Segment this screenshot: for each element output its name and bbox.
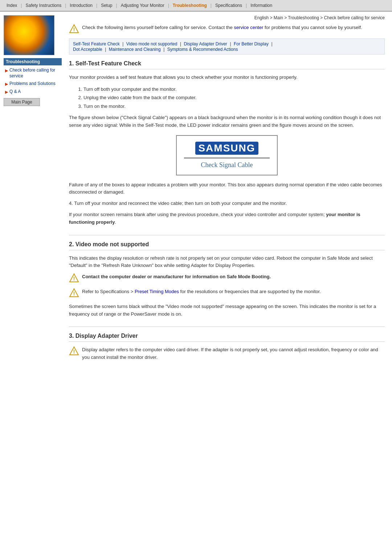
notice-icon-2: !: [69, 273, 79, 283]
svg-text:!: !: [73, 349, 75, 355]
breadcrumb: English > Main > Troubleshooting > Check…: [69, 15, 385, 20]
section-divider-2: [69, 327, 385, 327]
sidebar-section-title: Troubleshooting: [4, 58, 62, 65]
arrow-icon: ▶: [5, 68, 8, 73]
notice-text: Check the following items yourself befor…: [82, 24, 362, 31]
section-3-title: 3. Display Adapter Driver: [69, 333, 385, 342]
notice-icon-3: !: [69, 288, 79, 298]
link-symptoms[interactable]: Symptoms & Recommended Actions: [167, 47, 238, 52]
nav-specifications[interactable]: Specifications: [212, 1, 246, 9]
section-2: 2. Video mode not supported This indicat…: [69, 241, 385, 318]
samsung-check-signal-box: SAMSUNG Check Signal Cable: [176, 135, 278, 175]
check-signal-text: Check Signal Cable: [184, 158, 270, 169]
arrow-icon: ▶: [5, 81, 8, 86]
links-bar: Self-Test Feature Check | Video mode not…: [69, 39, 385, 54]
link-better-display[interactable]: For Better Display: [234, 41, 269, 46]
main-layout: Troubleshooting ▶ Check before calling f…: [0, 12, 392, 372]
section-2-title: 2. Video mode not supported: [69, 241, 385, 250]
step-3: Turn on the monitor.: [83, 102, 385, 110]
nav-safety[interactable]: Safety Instructions: [22, 1, 65, 9]
notice-box: ! Check the following items yourself bef…: [69, 24, 385, 34]
section-divider-1: [69, 235, 385, 235]
main-page-button[interactable]: Main Page: [4, 98, 40, 106]
sidebar-item-check-before[interactable]: ▶ Check before calling for service: [4, 67, 62, 80]
step-1: Turn off both your computer and the moni…: [83, 85, 385, 93]
nav-troubleshooting[interactable]: Troubleshooting: [169, 1, 211, 9]
sidebar-item-qa[interactable]: ▶ Q & A: [4, 88, 62, 96]
sidebar-item-problems[interactable]: ▶ Problems and Solutions: [4, 80, 62, 88]
section-1-title: 1. Self-Test Feature Check: [69, 60, 385, 69]
nav-index[interactable]: Index: [3, 1, 21, 9]
step-2: Unplug the video cable from the back of …: [83, 93, 385, 102]
notice-icon-4: !: [69, 346, 79, 356]
sidebar: Troubleshooting ▶ Check before calling f…: [4, 15, 62, 369]
section-2-notice-2: ! Refer to Specifications > Preset Timin…: [69, 288, 385, 299]
section-2-notice-1: ! Contact the computer dealer or manufac…: [69, 273, 385, 284]
section-3-intro: Display adapter refers to the computer v…: [82, 346, 385, 361]
link-self-test[interactable]: Self-Test Feature Check: [73, 41, 120, 46]
samsung-logo: SAMSUNG: [184, 142, 270, 155]
step-4-text: 4. Turn off your monitor and reconnect t…: [69, 200, 385, 207]
preset-timing-link[interactable]: Preset Timing Modes: [135, 289, 179, 294]
section-1-intro: Your monitor provides a self test featur…: [69, 74, 385, 81]
section-3: 3. Display Adapter Driver ! Display adap…: [69, 333, 385, 365]
notice-icon: !: [69, 24, 79, 34]
svg-text:!: !: [73, 276, 75, 281]
section-2-para2: Sometimes the screen turns black without…: [69, 303, 385, 318]
link-video-mode[interactable]: Video mode not supported: [126, 41, 177, 46]
nav-setup[interactable]: Setup: [97, 1, 116, 9]
content-area: English > Main > Troubleshooting > Check…: [65, 15, 388, 369]
nav-information[interactable]: Information: [247, 1, 276, 9]
section-1-para4: If your monitor screen remains blank aft…: [69, 211, 385, 226]
link-display-adapter[interactable]: Display Adapter Driver: [184, 41, 227, 46]
section-3-notice: ! Display adapter refers to the computer…: [69, 346, 385, 365]
svg-text:!: !: [73, 27, 75, 32]
link-dot-acceptable[interactable]: Dot Acceptable: [73, 47, 102, 52]
sidebar-image: [4, 15, 54, 55]
section-1-para3: Failure of any of the boxes to appear in…: [69, 181, 385, 197]
arrow-icon: ▶: [5, 89, 8, 94]
nav-adjusting[interactable]: Adjusting Your Monitor: [117, 1, 168, 9]
steps-list: Turn off both your computer and the moni…: [83, 85, 385, 110]
section-1-para2: The figure shown below ("Check Signal Ca…: [69, 114, 385, 129]
section-1: 1. Self-Test Feature Check Your monitor …: [69, 60, 385, 226]
notice-1-text: Contact the computer dealer or manufactu…: [82, 273, 271, 281]
notice-2-text: Refer to Specifications > Preset Timing …: [82, 288, 321, 296]
section-2-intro: This indicates the display resolution or…: [69, 255, 385, 270]
nav-bar: Index | Safety Instructions | Introducti…: [0, 0, 392, 12]
service-center-link[interactable]: service center: [234, 25, 263, 30]
link-maintenance[interactable]: Maintenance and Cleaning: [109, 47, 161, 52]
svg-text:!: !: [73, 291, 75, 296]
nav-introduction[interactable]: Introduction: [66, 1, 96, 9]
